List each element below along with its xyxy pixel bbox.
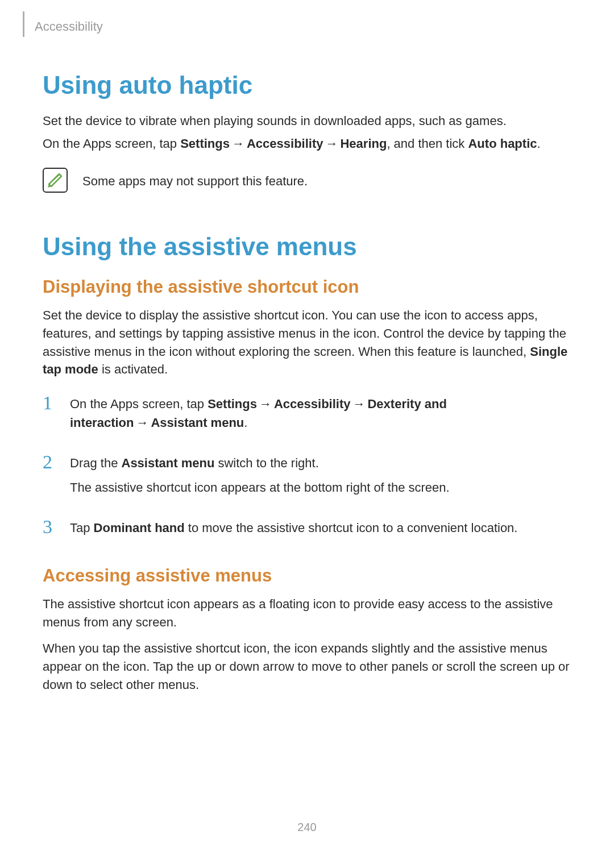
auto-haptic-label: Auto haptic [468,136,537,151]
text-fragment: Drag the [70,456,122,470]
header-tick-mark [23,11,24,37]
step-1: 1 On the Apps screen, tap Settings→Acces… [43,392,571,438]
step-number: 3 [43,516,70,537]
note-callout: Some apps may not support this feature. [43,168,571,193]
displaying-shortcut-description: Set the device to display the assistive … [43,306,571,379]
arrow-icon: → [136,416,148,430]
text-fragment: Tap [70,521,94,535]
text-fragment: . [244,416,247,430]
note-icon [43,168,68,193]
step-number: 2 [43,451,70,472]
text-fragment: . [537,136,540,151]
dominant-hand-label: Dominant hand [94,521,185,535]
step-3-body: Tap Dominant hand to move the assistive … [70,516,571,543]
accessing-menus-p2: When you tap the assistive shortcut icon… [43,639,571,694]
step-2: 2 Drag the Assistant menu switch to the … [43,451,571,502]
step-1-body: On the Apps screen, tap Settings→Accessi… [70,392,571,438]
step-2-result: The assistive shortcut icon appears at t… [70,478,571,497]
note-text: Some apps may not support this feature. [82,168,308,190]
page-content: Accessibility Using auto haptic Set the … [0,0,614,694]
step-2-body: Drag the Assistant menu switch to the ri… [70,451,571,502]
text-fragment: switch to the right. [214,456,318,470]
auto-haptic-description: Set the device to vibrate when playing s… [43,112,571,130]
heading-assistive-menus: Using the assistive menus [43,232,571,261]
auto-haptic-path: On the Apps screen, tap Settings→Accessi… [43,135,571,153]
assistant-menu-label: Assistant menu [122,456,215,470]
accessibility-label: Accessibility [247,136,323,151]
step-3: 3 Tap Dominant hand to move the assistiv… [43,516,571,543]
page-number: 240 [0,821,614,834]
assistant-menu-label: Assistant menu [151,416,244,430]
arrow-icon: → [325,136,338,151]
text-fragment: , and then tick [387,136,468,151]
page-header: Accessibility [43,17,571,37]
arrow-icon: → [352,397,365,411]
breadcrumb: Accessibility [35,19,103,34]
text-fragment: Set the device to display the assistive … [43,308,566,359]
hearing-label: Hearing [340,136,387,151]
arrow-icon: → [232,136,244,151]
accessibility-label: Accessibility [274,397,351,411]
settings-label: Settings [180,136,230,151]
subheading-displaying-shortcut: Displaying the assistive shortcut icon [43,277,571,297]
heading-auto-haptic: Using auto haptic [43,71,571,99]
text-fragment: On the Apps screen, tap [70,397,208,411]
text-fragment: On the Apps screen, tap [43,136,180,151]
text-fragment: to move the assistive shortcut icon to a… [185,521,518,535]
arrow-icon: → [259,397,272,411]
text-fragment: is activated. [98,362,168,376]
accessing-menus-p1: The assistive shortcut icon appears as a… [43,595,571,632]
settings-label: Settings [208,397,257,411]
subheading-accessing-menus: Accessing assistive menus [43,566,571,586]
step-number: 1 [43,392,70,413]
